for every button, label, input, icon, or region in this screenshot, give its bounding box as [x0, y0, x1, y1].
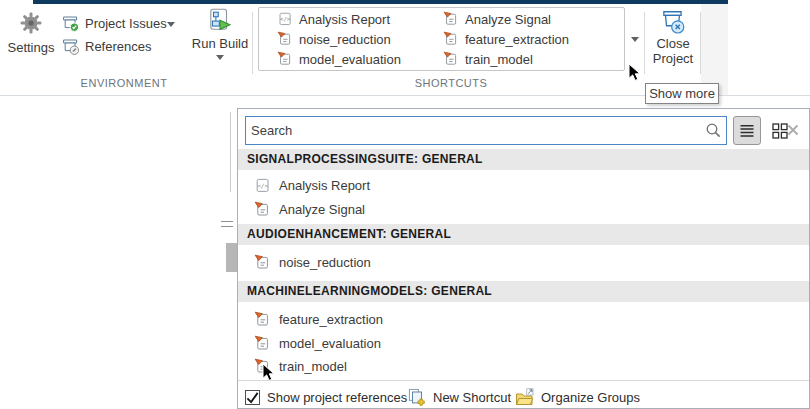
popup-item-feature-extraction[interactable]: feature_extraction — [254, 308, 383, 330]
gallery-item-analyze-signal[interactable]: Analyze Signal — [443, 9, 569, 29]
list-view-button[interactable] — [733, 116, 761, 145]
popup-item-analysis-report[interactable]: </> Analysis Report — [254, 174, 370, 196]
organize-groups-label: Organize Groups — [541, 390, 640, 405]
shortcut-icon — [254, 311, 271, 328]
list-view-icon — [739, 123, 755, 139]
new-shortcut-icon — [407, 388, 426, 407]
shortcut-icon — [254, 335, 271, 352]
settings-label: Settings — [4, 40, 58, 55]
show-project-references-checkbox[interactable]: Show project references — [245, 385, 407, 409]
gallery-item-label: Analysis Report — [299, 12, 390, 27]
svg-text:</>: </> — [280, 16, 291, 22]
shortcut-icon — [254, 254, 271, 271]
checkbox-checked[interactable] — [245, 390, 260, 405]
gallery-show-more-button[interactable] — [626, 7, 644, 71]
popup-item-label: model_evaluation — [279, 336, 381, 351]
project-issues-dropdown-arrow[interactable] — [167, 22, 175, 27]
shortcut-icon — [254, 201, 271, 218]
gallery-item-label: Analyze Signal — [465, 12, 551, 27]
run-build-button[interactable]: Run Build — [188, 7, 252, 60]
gallery-item-label: model_evaluation — [299, 52, 401, 67]
popup-item-label: Analyze Signal — [279, 202, 365, 217]
mouse-cursor — [628, 63, 642, 83]
show-project-references-label: Show project references — [267, 390, 407, 405]
checkmark-icon — [246, 391, 259, 404]
settings-button[interactable]: Settings — [4, 9, 58, 55]
references-icon — [61, 37, 80, 56]
gallery-item-feature-extraction[interactable]: feature_extraction — [443, 29, 569, 49]
gallery-item-label: train_model — [465, 52, 533, 67]
ribbon-right-fill — [701, 4, 728, 95]
report-icon: </> — [277, 11, 293, 27]
mouse-cursor — [262, 363, 276, 383]
project-issues-label: Project Issues — [85, 16, 167, 31]
popup-item-analyze-signal[interactable]: Analyze Signal — [254, 198, 365, 220]
search-field-wrap — [245, 116, 727, 145]
popup-item-label: noise_reduction — [279, 255, 371, 270]
gallery-item-analysis-report[interactable]: </> Analysis Report — [277, 9, 401, 29]
show-more-tooltip: Show more — [645, 83, 719, 104]
search-icon — [705, 122, 722, 139]
background-splitter-grip — [221, 221, 233, 227]
ribbon-separator — [252, 12, 253, 74]
gallery-item-train-model[interactable]: train_model — [443, 49, 569, 69]
organize-groups-button[interactable]: Organize Groups — [515, 385, 640, 409]
shortcuts-section-label: SHORTCUTS — [386, 77, 516, 89]
close-project-icon — [659, 8, 687, 36]
background-scrollbar-thumb[interactable] — [226, 243, 237, 272]
shortcut-icon — [277, 51, 293, 67]
app-window: Settings Project Issues References Run — [0, 0, 810, 409]
close-project-label-2: Project — [646, 51, 700, 66]
group-header: AUDIOENHANCEMENT: GENERAL — [238, 224, 809, 245]
gear-icon — [18, 9, 44, 37]
group-header: MACHINELEARNINGMODELS: GENERAL — [238, 281, 809, 302]
popup-footer-divider — [238, 380, 809, 381]
new-shortcut-label: New Shortcut — [433, 390, 511, 405]
references-label: References — [85, 39, 151, 54]
new-shortcut-button[interactable]: New Shortcut — [407, 385, 511, 409]
group-header: SIGNALPROCESSINGSUITE: GENERAL — [238, 149, 809, 170]
gallery-item-label: noise_reduction — [299, 32, 391, 47]
ribbon-separator — [700, 12, 701, 74]
popup-item-label: Analysis Report — [279, 178, 370, 193]
project-issues-icon — [61, 14, 80, 33]
close-project-label-1: Close — [646, 36, 700, 51]
gallery-item-model-evaluation[interactable]: model_evaluation — [277, 49, 401, 69]
shortcuts-popup: SIGNALPROCESSINGSUITE: GENERAL </> Analy… — [237, 108, 810, 409]
run-build-icon — [207, 7, 233, 33]
svg-text:</>: </> — [257, 181, 268, 188]
project-issues-button[interactable]: Project Issues — [61, 14, 167, 33]
ribbon-separator — [644, 12, 645, 74]
gallery-item-noise-reduction[interactable]: noise_reduction — [277, 29, 401, 49]
shortcut-icon — [277, 31, 293, 47]
shortcut-icon — [443, 51, 459, 67]
popup-item-model-evaluation[interactable]: model_evaluation — [254, 332, 381, 354]
shortcut-icon — [443, 31, 459, 47]
environment-section-label: ENVIRONMENT — [59, 77, 189, 89]
popup-item-label: train_model — [279, 359, 347, 374]
gallery-item-label: feature_extraction — [465, 32, 569, 47]
close-project-button[interactable]: Close Project — [646, 8, 700, 66]
organize-groups-icon — [515, 388, 534, 407]
run-build-label: Run Build — [188, 36, 252, 51]
references-button[interactable]: References — [61, 37, 151, 56]
search-input[interactable] — [245, 116, 727, 145]
close-icon — [787, 124, 799, 136]
popup-close-button[interactable] — [783, 118, 803, 142]
popup-item-noise-reduction[interactable]: noise_reduction — [254, 251, 371, 273]
shortcuts-gallery: </> Analysis Report noise_reduction m — [258, 7, 625, 71]
popup-item-label: feature_extraction — [279, 312, 383, 327]
shortcut-icon — [443, 11, 459, 27]
run-build-dropdown-arrow[interactable] — [216, 55, 224, 60]
chevron-down-icon — [631, 37, 639, 42]
background-panel-edge — [230, 112, 231, 192]
report-icon: </> — [254, 177, 271, 194]
